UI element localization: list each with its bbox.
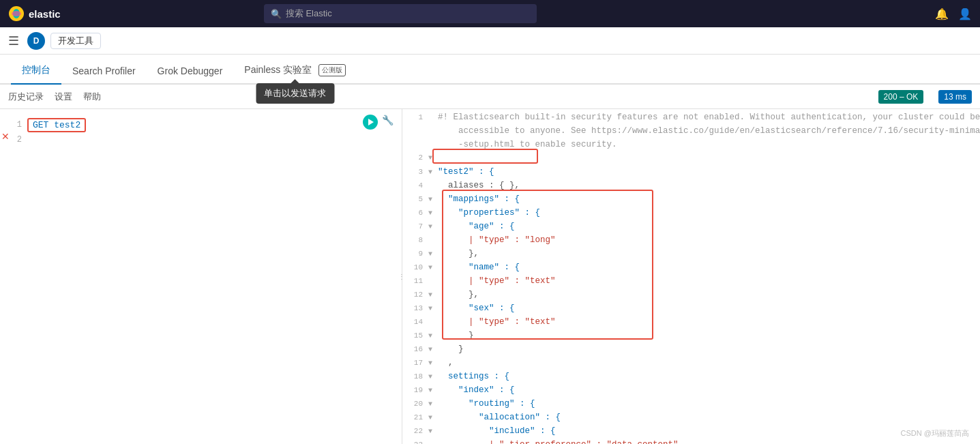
code-text: "sex" : {	[438, 304, 980, 313]
search-placeholder: 搜索 Elastic	[286, 8, 332, 20]
code-line-19: 17▼ ,	[402, 357, 980, 371]
code-line-10: 8 | "type" : "long"	[402, 235, 980, 248]
line-number: 20	[402, 400, 423, 408]
code-line-12: 10▼ "name" : {	[402, 262, 980, 276]
tab-console[interactable]: 控制台	[11, 57, 61, 85]
help-button[interactable]: 帮助	[83, 91, 101, 103]
code-view[interactable]: 1#! Elasticsearch built-in security feat…	[402, 109, 980, 444]
code-line-17: 15▼ }	[402, 330, 980, 344]
settings-wrench-icon[interactable]: 🔧	[382, 115, 394, 130]
user-menu-icon[interactable]: 👤	[958, 8, 972, 20]
history-button[interactable]: 历史记录	[8, 91, 44, 103]
time-badge: 13 ms	[938, 90, 972, 104]
fold-arrow[interactable]: ▼	[428, 209, 438, 217]
line-number: 12	[402, 291, 423, 299]
line-number: 21	[402, 413, 423, 421]
code-text: | "_tier_preference" : "data_content"	[438, 440, 980, 444]
code-text: accessible to anyone. See https://www.el…	[438, 126, 980, 136]
line-number: 19	[402, 386, 423, 394]
code-line-13: 11 | "type" : "text"	[402, 276, 980, 289]
code-line-24: 22▼ "include" : {	[402, 426, 980, 439]
fold-arrow[interactable]: ▼	[428, 264, 438, 271]
code-line-18: 16▼ }	[402, 344, 980, 357]
global-search[interactable]: 🔍 搜索 Elastic	[264, 4, 537, 23]
code-text: "allocation" : {	[438, 413, 980, 422]
code-line-9: 7▼ "age" : {	[402, 221, 980, 235]
code-text: "age" : {	[438, 222, 980, 231]
line-number: 9	[402, 250, 423, 258]
fold-arrow[interactable]: ▼	[428, 223, 438, 231]
search-icon: 🔍	[271, 9, 282, 19]
code-line-20: 18▼ settings : {	[402, 371, 980, 385]
code-line-8: 6▼ "properties" : {	[402, 207, 980, 221]
code-text: ,	[438, 358, 980, 368]
editor-area[interactable]: ✕ 1 GET test2 2 🔧	[0, 109, 402, 444]
line-number: 5	[402, 195, 423, 203]
code-text: "include" : {	[438, 426, 980, 436]
code-text: #! Elasticsearch built-in security featu…	[438, 113, 980, 122]
fold-arrow[interactable]: ▼	[428, 346, 438, 353]
code-line-5: 3▼"test2" : {	[402, 166, 980, 180]
fold-arrow[interactable]: ▼	[428, 168, 438, 176]
code-line-25: 23 | "_tier_preference" : "data_content"	[402, 439, 980, 444]
code-line-14: 12▼ },	[402, 289, 980, 303]
line-number: 23	[402, 441, 423, 444]
editor-line-1: 1 GET test2	[0, 117, 402, 132]
line-number: 2	[402, 153, 423, 162]
run-button[interactable]	[363, 115, 378, 130]
code-line-23: 21▼ "allocation" : {	[402, 412, 980, 426]
fold-arrow[interactable]: ▼	[428, 332, 438, 340]
tab-search-profiler[interactable]: Search Profiler	[61, 59, 147, 85]
main-content: ✕ 1 GET test2 2 🔧 ⋮ 1#! Elasticsearch bu…	[0, 109, 980, 444]
pane-divider[interactable]: ⋮	[398, 263, 406, 291]
secondary-bar: ☰ D 开发工具	[0, 27, 980, 55]
beta-badge: 公测版	[318, 64, 346, 76]
action-icons: 🔧	[363, 115, 394, 130]
settings-button[interactable]: 设置	[55, 91, 72, 103]
line-number: 14	[402, 318, 423, 326]
code-text: },	[438, 290, 980, 299]
devtools-button[interactable]: 开发工具	[50, 33, 101, 49]
code-line-2: accessible to anyone. See https://www.el…	[402, 125, 980, 139]
fold-arrow[interactable]: ▼	[428, 387, 438, 394]
tab-painless-lab[interactable]: Painless 实验室 公测版 单击以发送请求	[233, 57, 357, 85]
error-icon: ✕	[1, 131, 10, 142]
fold-arrow[interactable]: ▼	[428, 154, 438, 162]
code-line-11: 9▼ },	[402, 248, 980, 262]
fold-arrow[interactable]: ▼	[428, 291, 438, 299]
fold-arrow[interactable]: ▼	[428, 428, 438, 435]
code-text: | "type" : "text"	[438, 276, 980, 286]
line-number: 16	[402, 345, 423, 353]
code-line-3: -setup.html to enable security.	[402, 139, 980, 153]
code-line-15: 13▼ "sex" : {	[402, 303, 980, 316]
code-text: | "type" : "text"	[438, 317, 980, 327]
svg-point-2	[12, 11, 21, 16]
code-text: },	[438, 249, 980, 258]
line-number-1: 1	[5, 120, 22, 130]
editor-input-line1[interactable]: GET test2	[27, 118, 86, 132]
avatar[interactable]: D	[27, 32, 45, 50]
elastic-logo-text: elastic	[29, 8, 61, 20]
fold-arrow[interactable]: ▼	[428, 196, 438, 203]
code-text: aliases : { },	[438, 181, 980, 190]
fold-arrow[interactable]: ▼	[428, 414, 438, 421]
tab-grok-debugger[interactable]: Grok Debugger	[147, 59, 234, 85]
hamburger-menu[interactable]: ☰	[8, 33, 19, 48]
code-text: settings : {	[438, 372, 980, 381]
watermark: CSDN @玛丽莲茼高	[901, 428, 969, 439]
code-text: -setup.html to enable security.	[438, 140, 980, 149]
toolbar-row: 历史记录 设置 帮助 200 – OK 13 ms	[0, 85, 980, 109]
line-number: 18	[402, 372, 423, 381]
code-text: | "type" : "long"	[438, 235, 980, 245]
notification-icon[interactable]: 🔔	[935, 8, 949, 20]
fold-arrow[interactable]: ▼	[428, 373, 438, 381]
top-bar: elastic 🔍 搜索 Elastic 🔔 👤	[0, 0, 980, 27]
status-badge: 200 – OK	[878, 90, 924, 104]
code-line-4: 2▼	[402, 153, 980, 166]
code-text: }	[438, 344, 980, 354]
fold-arrow[interactable]: ▼	[428, 359, 438, 367]
fold-arrow[interactable]: ▼	[428, 250, 438, 258]
fold-arrow[interactable]: ▼	[428, 305, 438, 312]
line-number: 4	[402, 181, 423, 190]
fold-arrow[interactable]: ▼	[428, 400, 438, 408]
